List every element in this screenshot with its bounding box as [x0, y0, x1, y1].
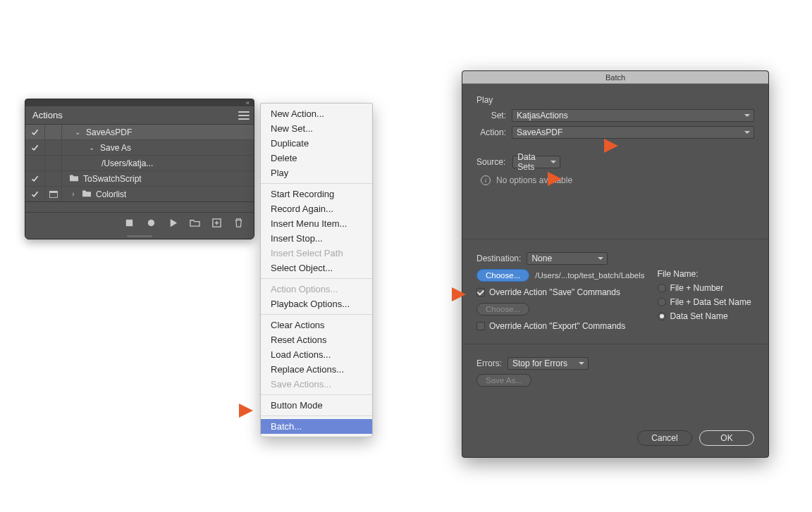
- menu-item[interactable]: Start Recording: [261, 187, 372, 201]
- destination-value: None: [531, 254, 552, 263]
- set-select[interactable]: KatjasActions: [512, 109, 754, 122]
- info-icon: i: [481, 175, 491, 185]
- chevron-right-icon[interactable]: ›: [69, 190, 78, 198]
- ok-button[interactable]: OK: [699, 430, 754, 446]
- svg-rect-1: [49, 191, 57, 193]
- svg-point-3: [148, 220, 154, 226]
- menu-item[interactable]: New Set...: [261, 121, 372, 136]
- svg-marker-4: [171, 219, 177, 227]
- save-as-button[interactable]: Save As...: [476, 374, 531, 387]
- menu-item[interactable]: Button Mode: [261, 398, 372, 413]
- resize-handle[interactable]: [25, 233, 254, 239]
- play-icon[interactable]: [168, 218, 178, 228]
- source-select[interactable]: Data Sets: [512, 156, 560, 168]
- destination-select[interactable]: None: [527, 252, 608, 265]
- menu-item[interactable]: Load Actions...: [261, 347, 372, 362]
- menu-item: Save Actions...: [261, 377, 372, 392]
- action-row[interactable]: /Users/katja...: [25, 156, 254, 171]
- menu-separator: [261, 394, 372, 395]
- filename-radio-1[interactable]: [658, 298, 666, 306]
- chevron-down-icon: [598, 257, 603, 260]
- record-icon[interactable]: [146, 218, 156, 228]
- errors-value: Stop for Errors: [512, 358, 567, 368]
- actions-header: Actions: [25, 106, 254, 125]
- override-export-label: Override Action "Export" Commands: [489, 321, 625, 331]
- source-value: Data Sets: [517, 152, 548, 172]
- chevron-down-icon[interactable]: ⌄: [87, 144, 96, 151]
- menu-item[interactable]: Select Object...: [261, 261, 372, 275]
- trash-icon[interactable]: [233, 218, 244, 228]
- action-row[interactable]: ⌄SaveAsPDF: [25, 125, 254, 140]
- menu-item[interactable]: Insert Menu Item...: [261, 216, 372, 231]
- menu-item[interactable]: Record Again...: [261, 201, 372, 216]
- toggle-checkmark[interactable]: [25, 187, 45, 201]
- collapse-bar[interactable]: «: [25, 99, 254, 106]
- action-select[interactable]: SaveAsPDF: [512, 126, 754, 139]
- chevron-down-icon: [550, 161, 556, 163]
- toggle-dialog[interactable]: [45, 156, 62, 170]
- dialog-footer: Cancel OK: [462, 419, 768, 457]
- toggle-dialog[interactable]: [45, 125, 62, 139]
- action-label: SaveAsPDF: [86, 127, 132, 137]
- menu-item[interactable]: Play: [261, 166, 372, 180]
- menu-item[interactable]: Reset Actions: [261, 332, 372, 347]
- toggle-dialog[interactable]: [45, 140, 62, 155]
- menu-item[interactable]: Batch...: [261, 419, 372, 434]
- toggle-checkmark[interactable]: [25, 125, 45, 139]
- panel-menu-icon[interactable]: [238, 111, 250, 120]
- menu-item[interactable]: Insert Stop...: [261, 231, 372, 246]
- errors-select[interactable]: Stop for Errors: [508, 357, 589, 370]
- menu-item[interactable]: Replace Actions...: [261, 362, 372, 377]
- menu-item[interactable]: Playback Options...: [261, 296, 372, 311]
- action-label: Colorlist: [96, 189, 126, 199]
- menu-item: Action Options...: [261, 282, 372, 296]
- filename-radio-2[interactable]: [658, 312, 666, 320]
- toggle-dialog[interactable]: [45, 187, 62, 201]
- toggle-checkmark[interactable]: [25, 140, 45, 155]
- play-section-label: Play: [476, 95, 754, 105]
- dialog-titlebar[interactable]: Batch: [462, 71, 768, 84]
- actions-list: ⌄SaveAsPDF⌄Save As/Users/katja...ToSwatc…: [25, 125, 254, 202]
- stop-icon[interactable]: [124, 218, 135, 228]
- collapse-icon: «: [246, 99, 250, 106]
- chevron-down-icon[interactable]: ⌄: [73, 128, 82, 136]
- toggle-checkmark[interactable]: [25, 171, 45, 186]
- cancel-button[interactable]: Cancel: [637, 430, 692, 446]
- batch-dialog: Batch Play Set: KatjasActions Action: Sa…: [462, 70, 769, 458]
- menu-separator: [261, 314, 372, 315]
- panel-title: Actions: [32, 110, 238, 120]
- choose-destination-button[interactable]: Choose...: [476, 269, 529, 282]
- folder-icon: [82, 189, 92, 199]
- action-label: /Users/katja...: [102, 158, 153, 168]
- folder-icon[interactable]: [190, 218, 200, 228]
- new-icon[interactable]: [211, 218, 222, 228]
- action-label: Action:: [476, 127, 506, 137]
- separator: [462, 239, 768, 239]
- choose-export-button[interactable]: Choose...: [476, 303, 529, 316]
- action-row[interactable]: ›Colorlist: [25, 187, 254, 202]
- toggle-dialog[interactable]: [45, 171, 62, 186]
- source-label: Source:: [476, 157, 505, 167]
- action-row[interactable]: ⌄Save As: [25, 140, 254, 156]
- actions-toolbar: [25, 212, 254, 233]
- chevron-down-icon: [579, 362, 584, 365]
- menu-item: Insert Select Path: [261, 246, 372, 261]
- svg-rect-2: [126, 220, 133, 226]
- menu-item[interactable]: Clear Actions: [261, 318, 372, 332]
- menu-item[interactable]: New Action...: [261, 106, 372, 121]
- menu-item[interactable]: Duplicate: [261, 136, 372, 151]
- filename-radio-0[interactable]: [658, 284, 666, 292]
- callout-arrow: [548, 172, 562, 186]
- action-row[interactable]: ToSwatchScript: [25, 171, 254, 187]
- override-save-checkbox[interactable]: [476, 288, 485, 296]
- chevron-down-icon: [744, 114, 750, 117]
- override-export-checkbox[interactable]: [476, 322, 485, 330]
- filename-label: File Name:: [658, 269, 754, 279]
- menu-item[interactable]: Delete: [261, 151, 372, 166]
- source-info: i No options available: [476, 173, 754, 185]
- actions-context-menu: New Action...New Set...DuplicateDeletePl…: [260, 103, 373, 437]
- separator: [462, 344, 768, 344]
- toggle-checkmark[interactable]: [25, 156, 45, 170]
- destination-path: /Users/...top/test_batch/Labels: [535, 271, 644, 280]
- filename-option-1: File + Data Set Name: [670, 297, 751, 307]
